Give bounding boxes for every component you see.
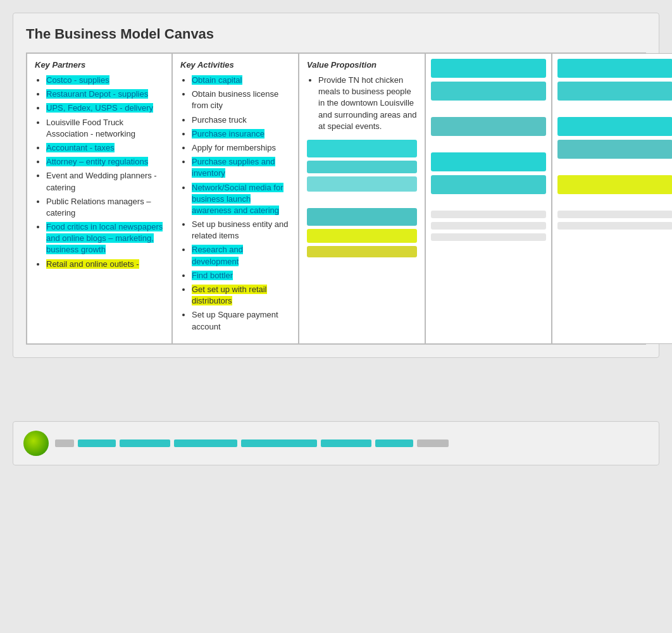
value-proposition-cell: Value Proposition Provide TN hot chicken… [299,53,425,344]
item-text: Restaurant Depot - supplies [46,89,148,99]
blur-block-c5-4 [557,117,672,136]
item-text: Purchase truck [192,115,247,125]
list-item: Purchase truck [192,114,290,126]
blur-block-c5-7 [557,175,672,194]
bottom-text-4 [174,439,237,447]
list-item: Provide TN hot chicken meals to business… [318,75,417,132]
item-text: Accountant - taxes [46,143,115,152]
list-item: Research and development [192,244,290,267]
list-item: Event and Wedding planners - catering [46,170,164,193]
item-text: Attorney – entity regulations [46,157,148,166]
bottom-text-7 [375,439,413,447]
key-partners-header: Key Partners [35,60,164,70]
list-item: Purchase insurance [192,128,290,140]
bottom-text-6 [321,439,371,447]
item-text: Apply for memberships [192,143,276,152]
blur-block-3 [431,104,546,113]
blur-block-8 [431,198,546,207]
canvas-card: The Business Model Canvas Key Partners C… [13,13,659,358]
item-text: Set up Square payment account [192,310,278,331]
item-text: Food critics in local newspapers and onl… [46,222,163,254]
item-text: Find bottler [192,271,233,280]
spacer [13,371,659,421]
list-item: Obtain capital [192,75,290,86]
item-text: Purchase supplies and inventory [192,157,275,178]
blur-block-5 [431,140,546,149]
item-text: Set up business entity and related items [192,219,289,240]
blur-block-9 [431,211,546,218]
vp-text: Provide TN hot chicken meals to business… [318,75,416,131]
list-item: UPS, Fedex, USPS - delivery [46,102,164,114]
bottom-text-5 [241,439,317,447]
list-item: Set up business entity and related items [192,219,290,242]
item-text: Obtain business license from city [192,89,278,110]
item-text: UPS, Fedex, USPS - delivery [46,103,153,113]
list-item: Retail and online outlets - [46,259,164,270]
list-item: Obtain business license from city [192,89,290,111]
blur-block-c5-3 [557,104,672,113]
list-item: Costco - supplies [46,75,164,86]
key-activities-header: Key Activities [180,60,290,70]
vp-blurred-area [307,140,417,257]
blur-block-c5-1 [557,59,672,78]
blur-block-7 [431,175,546,194]
bottom-text-8 [417,439,449,447]
list-item: Restaurant Depot - supplies [46,89,164,100]
blur-block-11 [431,233,546,241]
blur-block-c5-2 [557,82,672,101]
blur-block-c5-9 [557,211,672,218]
item-text: Costco - supplies [46,75,109,85]
page-title: The Business Model Canvas [26,26,646,42]
list-item: Network/Social media for business launch… [192,182,290,217]
list-item: Accountant - taxes [46,142,164,154]
item-text: Network/Social media for business launch… [192,183,283,215]
list-item: Get set up with retail distributors [192,284,290,307]
blur-block-10 [431,222,546,230]
value-proposition-header: Value Proposition [307,60,417,70]
list-item: Find bottler [192,270,290,281]
list-item: Apply for memberships [192,142,290,154]
item-text: Obtain capital [192,75,242,85]
list-item: Attorney – entity regulations [46,156,164,168]
blur-block-c5-6 [557,163,672,171]
item-text: Event and Wedding planners - catering [46,171,157,192]
blur-block-2 [431,82,546,101]
col4-cell [425,53,552,344]
bottom-text-area [55,439,449,447]
bottom-text-1 [55,439,74,447]
key-partners-list: Costco - supplies Restaurant Depot - sup… [35,75,164,270]
blur-block-c5-8 [557,198,672,207]
item-text: Public Relations managers – catering [46,197,151,218]
list-item: Food critics in local newspapers and onl… [46,221,164,256]
list-item: Louisville Food Truck Association - netw… [46,117,164,140]
list-item: Public Relations managers – catering [46,196,164,219]
value-proposition-list: Provide TN hot chicken meals to business… [307,75,417,132]
bottom-text-2 [78,439,116,447]
bottom-logo-icon [23,431,49,456]
page-wrapper: The Business Model Canvas Key Partners C… [0,0,672,478]
blur-block-c5-10 [557,222,672,230]
item-text: Retail and online outlets - [46,259,139,269]
key-activities-cell: Key Activities Obtain capital Obtain bus… [172,53,299,344]
item-text: Get set up with retail distributors [192,285,267,305]
key-partners-cell: Key Partners Costco - supplies Restauran… [27,53,172,344]
blur-block-c5-5 [557,140,672,159]
bottom-bar [13,421,659,465]
bottom-text-3 [120,439,170,447]
blur-block-4 [431,117,546,136]
canvas-grid: Key Partners Costco - supplies Restauran… [26,52,646,345]
col5-cell [552,53,672,344]
blur-block-6 [431,152,546,171]
item-text: Louisville Food Truck Association - netw… [46,118,135,138]
list-item: Purchase supplies and inventory [192,156,290,179]
item-text: Research and development [192,245,243,266]
list-item: Set up Square payment account [192,309,290,332]
key-activities-list: Obtain capital Obtain business license f… [180,75,290,333]
blur-block-1 [431,59,546,78]
item-text: Purchase insurance [192,129,264,138]
